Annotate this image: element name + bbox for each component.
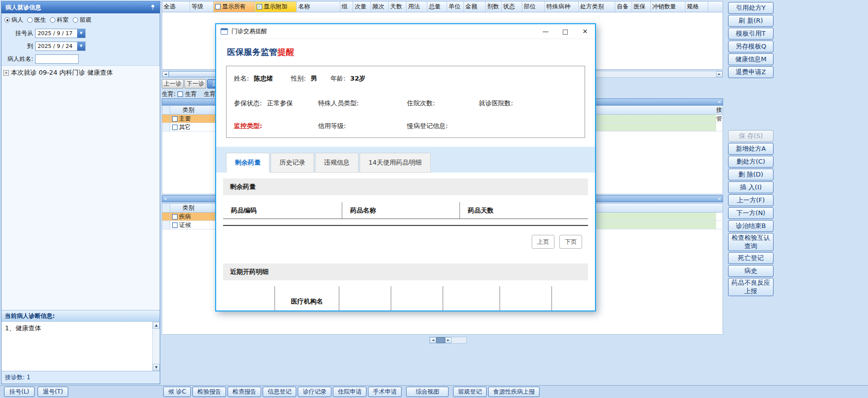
row-checkbox[interactable] bbox=[172, 214, 178, 220]
show-extra-checkbox[interactable]: ✓ bbox=[257, 4, 262, 9]
column-name[interactable]: 名称 bbox=[297, 1, 340, 12]
dialog-titlebar[interactable]: 门诊交易提醒 — □ ✕ bbox=[216, 24, 595, 39]
column-self-provided[interactable]: 自备 bbox=[615, 1, 632, 12]
prev-visit-button[interactable]: 上一诊 bbox=[162, 79, 183, 88]
column-rx-category[interactable]: 处方类别 bbox=[579, 1, 615, 12]
fertility-checkbox[interactable] bbox=[178, 91, 183, 97]
column-usage[interactable]: 用法 bbox=[407, 1, 427, 12]
special-type-label: 特殊人员类型: bbox=[318, 99, 359, 108]
scroll-track[interactable] bbox=[153, 329, 160, 364]
column-group[interactable]: 组 bbox=[340, 1, 353, 12]
toolbar-lab-report[interactable]: 检验报告 bbox=[192, 387, 226, 397]
action-next-prescription[interactable]: 下一方(N) bbox=[728, 207, 774, 219]
prev-page-button[interactable]: 上页 bbox=[532, 235, 554, 249]
patient-name-input[interactable] bbox=[35, 54, 79, 64]
action-adverse-drug-reaction-report[interactable]: 药品不良反应上报 bbox=[728, 278, 774, 296]
scroll-up-icon[interactable]: ▲ bbox=[153, 322, 160, 329]
pin-icon[interactable] bbox=[150, 4, 156, 10]
toolbar-treatment-record[interactable]: 诊疗记录 bbox=[298, 387, 331, 397]
scroll-right-icon[interactable]: ► bbox=[716, 71, 723, 77]
column-show-all[interactable]: 显示所有 bbox=[214, 1, 255, 12]
action-end-treatment[interactable]: 诊治结束B bbox=[728, 220, 774, 232]
radio-doctor[interactable]: 医生 bbox=[27, 16, 46, 24]
column-status[interactable]: 状态 bbox=[502, 1, 522, 12]
column-days[interactable]: 天数 bbox=[389, 1, 407, 12]
column-unit[interactable]: 单位 bbox=[447, 1, 464, 12]
diagnosis-scrollbar[interactable]: ▲ ▼ bbox=[152, 322, 160, 371]
action-new-prescription[interactable]: 新增处方A bbox=[728, 143, 774, 155]
scroll-down-icon[interactable]: ▼ bbox=[153, 364, 160, 371]
column-show-extra[interactable]: ✓ 显示附加 bbox=[255, 1, 297, 12]
scroll-right-icon[interactable]: ► bbox=[445, 337, 452, 343]
toolbar-exam-report[interactable]: 检查报告 bbox=[228, 387, 261, 397]
tab-history-record[interactable]: 历史记录 bbox=[271, 153, 314, 173]
row-checkbox[interactable] bbox=[172, 116, 178, 122]
column-dose[interactable]: 次量 bbox=[353, 1, 371, 12]
scroll-right-icon[interactable]: ► bbox=[719, 196, 721, 202]
minimize-button[interactable]: — bbox=[536, 24, 555, 39]
category-column-header[interactable]: 类别 bbox=[170, 106, 218, 114]
tab-remaining-drug-amount[interactable]: 剩余药量 bbox=[226, 153, 270, 173]
toolbar-observation-register[interactable]: 留观登记 bbox=[453, 387, 487, 397]
scroll-right-icon[interactable]: ► bbox=[719, 99, 721, 105]
action-template-quote[interactable]: 模板引用T bbox=[728, 28, 774, 40]
action-medical-history[interactable]: 病史 bbox=[728, 265, 774, 277]
lower-grid-hscrollbar[interactable]: ◄ ► bbox=[429, 337, 467, 344]
row-checkbox[interactable] bbox=[172, 125, 178, 130]
category-column-header[interactable]: 类别 bbox=[170, 204, 218, 212]
radio-patient[interactable]: 病人 bbox=[4, 16, 23, 24]
dropdown-icon[interactable]: ▼ bbox=[77, 42, 85, 50]
scroll-thumb[interactable] bbox=[436, 337, 445, 343]
column-writeoff-qty[interactable]: 冲销数量 bbox=[651, 1, 685, 12]
register-button[interactable]: 挂号(L) bbox=[4, 387, 35, 397]
action-save-as-template[interactable]: 另存模板Q bbox=[728, 41, 774, 52]
column-special-disease[interactable]: 特殊病种 bbox=[545, 1, 579, 12]
scroll-left-icon[interactable]: ◄ bbox=[430, 337, 436, 343]
action-delete[interactable]: 删 除(D) bbox=[728, 169, 774, 180]
toolbar-surgery-apply[interactable]: 手术申请 bbox=[368, 387, 402, 397]
show-all-checkbox[interactable] bbox=[215, 4, 221, 9]
column-doses[interactable]: 剂数 bbox=[486, 1, 502, 12]
tab-violation-info[interactable]: 违规信息 bbox=[315, 153, 359, 173]
tree-item-current-visit[interactable]: + 本次就诊 09-24 内科门诊 健康查体 bbox=[3, 68, 158, 77]
toolbar-info-register[interactable]: 信息登记 bbox=[263, 387, 296, 397]
action-prev-prescription[interactable]: 上一方(F) bbox=[728, 194, 774, 206]
toolbar-admission-apply[interactable]: 住院申请 bbox=[333, 387, 366, 397]
radio-department[interactable]: 科室 bbox=[50, 16, 69, 24]
column-select-all[interactable]: 全选 bbox=[162, 1, 190, 12]
column-frequency[interactable]: 频次 bbox=[371, 1, 389, 12]
column-spec[interactable]: 规格 bbox=[685, 1, 708, 12]
action-insert[interactable]: 插 入(I) bbox=[728, 181, 774, 193]
action-quote-prescription[interactable]: 引用处方Y bbox=[728, 2, 774, 14]
dropdown-icon[interactable]: ▼ bbox=[77, 29, 85, 38]
action-save[interactable]: 保 存(S) bbox=[728, 130, 774, 142]
date-from-input[interactable]: 2025 / 9 / 17 ▼ bbox=[35, 29, 86, 38]
next-page-button[interactable]: 下页 bbox=[559, 235, 582, 249]
action-death-register[interactable]: 死亡登记 bbox=[728, 252, 774, 264]
scroll-left-icon[interactable]: ◄ bbox=[162, 71, 169, 77]
toolbar-foodborne-disease-report[interactable]: 食源性疾病上报 bbox=[488, 387, 540, 397]
column-level[interactable]: 等级 bbox=[190, 1, 214, 12]
tab-14day-drug-usage[interactable]: 14天使用药品明细 bbox=[360, 153, 431, 173]
action-delete-prescription[interactable]: 删处方(C) bbox=[728, 156, 774, 168]
toolbar-comprehensive-view[interactable]: 综合视图 bbox=[406, 387, 449, 397]
unregister-button[interactable]: 退号(T) bbox=[38, 387, 68, 397]
column-total[interactable]: 总量 bbox=[427, 1, 447, 12]
maximize-button[interactable]: □ bbox=[555, 24, 575, 39]
action-health-info[interactable]: 健康信息M bbox=[728, 53, 774, 65]
column-insurance[interactable]: 医保 bbox=[632, 1, 651, 12]
insure-status-label: 参保状态: bbox=[234, 99, 262, 108]
next-visit-button[interactable]: 下一诊 bbox=[184, 79, 206, 88]
row-checkbox[interactable] bbox=[172, 222, 178, 228]
date-to-input[interactable]: 2025 / 9 / 24 ▼ bbox=[35, 42, 86, 51]
close-button[interactable]: ✕ bbox=[575, 24, 595, 39]
action-refresh[interactable]: 刷 新(R) bbox=[728, 15, 774, 27]
action-refund-apply[interactable]: 退费申请Z bbox=[728, 66, 774, 78]
scroll-left-icon[interactable]: ◄ bbox=[164, 196, 166, 202]
column-body-part[interactable]: 部位 bbox=[522, 1, 545, 12]
toolbar-waiting-list[interactable]: 候 诊C bbox=[163, 387, 191, 397]
column-amount[interactable]: 金额 bbox=[464, 1, 486, 12]
expand-icon[interactable]: + bbox=[3, 70, 9, 76]
radio-observation[interactable]: 留观 bbox=[73, 16, 91, 24]
action-exam-mutual-recognition-query[interactable]: 检查检验互认查询 bbox=[728, 233, 774, 251]
